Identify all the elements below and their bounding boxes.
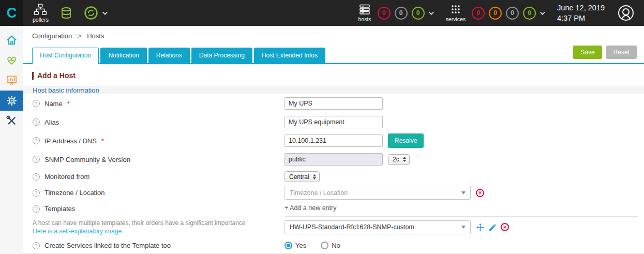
tab-host-configuration[interactable]: Host Configuration: [32, 48, 99, 64]
required-mark: *: [67, 100, 70, 108]
timezone-select[interactable]: Timezone / Location: [284, 186, 471, 200]
form-row-timezone: ? Timezone / Location Timezone / Locatio…: [23, 185, 644, 201]
templates-note-link[interactable]: Here is a self-explanatory image.: [33, 227, 284, 235]
reset-button[interactable]: Reset: [606, 46, 637, 59]
poller-state-dropdown[interactable]: [84, 6, 106, 20]
template-select[interactable]: HW-UPS-Standard-Rfc1628-SNMP-custom: [284, 220, 471, 234]
snmp-community-input[interactable]: [284, 153, 383, 166]
monitored-from-select[interactable]: Central: [284, 171, 320, 182]
snmp-version-value: 2c: [393, 156, 399, 163]
clock: June 12, 2019 4:37 PM: [557, 3, 605, 24]
services-chevron-down-icon[interactable]: [540, 10, 545, 15]
centreon-logo-glyph: C: [7, 5, 17, 21]
pollers-icon: [34, 4, 47, 16]
breadcrumb-hosts[interactable]: Hosts: [87, 32, 104, 40]
help-icon[interactable]: ?: [33, 118, 40, 126]
pollers-menu[interactable]: pollers: [33, 4, 49, 23]
caret-down-icon: [461, 226, 466, 229]
services-ok-badge[interactable]: 0: [523, 7, 536, 20]
page-title: Add a Host: [23, 64, 644, 82]
form-row-name: ? Name *: [23, 94, 644, 113]
main-content: Configuration > Hosts Host Configuration…: [23, 26, 644, 254]
timezone-clear-icon[interactable]: [476, 189, 484, 197]
page-title-text: Add a Host: [37, 71, 76, 80]
help-icon[interactable]: ?: [33, 189, 40, 197]
create-services-yes-option: Yes: [284, 242, 306, 249]
centreon-logo[interactable]: C: [0, 0, 23, 26]
chevron-down-icon: [102, 10, 108, 15]
ip-label: IP Address / DNS: [44, 137, 97, 145]
home-icon: [6, 34, 18, 46]
sidebar-item-home[interactable]: [0, 30, 23, 50]
templates-note: A host can have multiple templates, thei…: [23, 219, 284, 235]
hosts-status-cluster: hosts 0 0 0: [358, 4, 432, 22]
snmp-label: SNMP Community & Version: [44, 156, 130, 163]
form-row-template-entry: A host can have multiple templates, thei…: [23, 217, 644, 237]
help-icon[interactable]: ?: [33, 100, 40, 107]
no-label: No: [332, 242, 340, 249]
yes-label: Yes: [295, 242, 306, 249]
hosts-down-badge[interactable]: 0: [378, 7, 391, 20]
monitored-from-value: Central: [289, 173, 309, 181]
sidebar-item-administration[interactable]: [0, 111, 23, 131]
help-icon[interactable]: ?: [33, 205, 40, 213]
title-bar-decoration: [32, 72, 34, 80]
services-warning-badge[interactable]: 0: [489, 7, 502, 20]
current-date: June 12, 2019: [557, 3, 605, 13]
services-unknown-badge[interactable]: 0: [506, 7, 519, 20]
user-profile-icon[interactable]: [618, 5, 634, 21]
save-button[interactable]: Save: [573, 46, 602, 59]
delete-template-icon[interactable]: [501, 223, 509, 231]
help-icon[interactable]: ?: [33, 137, 40, 144]
current-time: 4:37 PM: [557, 13, 605, 23]
ip-input[interactable]: [284, 135, 383, 147]
form-row-create-services: ? Create Services linked to the Template…: [23, 237, 644, 254]
select-stepper-icon: [403, 157, 406, 162]
snmp-version-select[interactable]: 2c: [388, 154, 410, 165]
no-radio[interactable]: [321, 242, 328, 249]
sidebar-item-monitoring[interactable]: [0, 50, 23, 70]
hosts-chevron-down-icon[interactable]: [429, 10, 434, 15]
form-row-alias: ? Alias: [23, 113, 644, 131]
services-icon: [450, 4, 461, 14]
name-label: Name: [44, 100, 63, 108]
sidebar-item-configuration[interactable]: [0, 91, 23, 111]
tab-notification[interactable]: Notification: [100, 48, 146, 63]
database-status[interactable]: [61, 7, 71, 20]
hosts-icon: [359, 4, 370, 14]
breadcrumb-separator: >: [78, 32, 82, 40]
templates-label: Templates: [44, 205, 75, 213]
create-services-label: Create Services linked to the Template t…: [44, 242, 171, 249]
tab-bar: Host Configuration Notification Relation…: [23, 40, 644, 64]
template-selected-value: HW-UPS-Standard-Rfc1628-SNMP-custom: [290, 223, 414, 231]
move-template-icon[interactable]: [476, 223, 485, 232]
caret-down-icon: [461, 191, 466, 195]
services-critical-badge[interactable]: 0: [472, 7, 485, 20]
tab-host-extended-infos[interactable]: Host Extended Infos: [254, 48, 325, 63]
hosts-unreachable-badge[interactable]: 0: [395, 7, 408, 20]
heart-pulse-icon: [6, 54, 18, 66]
name-input[interactable]: [284, 97, 383, 110]
help-icon[interactable]: ?: [33, 242, 40, 249]
resolve-button[interactable]: Resolve: [388, 133, 424, 148]
edit-template-icon[interactable]: [488, 223, 497, 232]
yes-radio[interactable]: [284, 242, 292, 249]
pollers-label: pollers: [33, 17, 49, 23]
add-template-link[interactable]: + Add a new entry: [284, 204, 336, 212]
hosts-menu[interactable]: hosts: [358, 4, 371, 22]
breadcrumb: Configuration > Hosts: [23, 26, 644, 40]
tab-relations[interactable]: Relations: [148, 48, 190, 63]
alias-label: Alias: [44, 118, 59, 126]
tab-data-processing[interactable]: Data Processing: [191, 48, 252, 63]
tools-icon: [6, 115, 18, 127]
help-icon[interactable]: ?: [33, 156, 40, 163]
hosts-up-badge[interactable]: 0: [412, 7, 425, 20]
breadcrumb-configuration[interactable]: Configuration: [32, 32, 72, 40]
timezone-placeholder: Timezone / Location: [290, 189, 348, 197]
section-title: Host basic information: [33, 86, 99, 94]
help-icon[interactable]: ?: [33, 173, 40, 181]
alias-input[interactable]: [284, 116, 383, 128]
services-menu[interactable]: services: [446, 4, 466, 22]
topbar: C pollers: [0, 0, 644, 26]
sidebar-item-reporting[interactable]: [0, 70, 23, 91]
